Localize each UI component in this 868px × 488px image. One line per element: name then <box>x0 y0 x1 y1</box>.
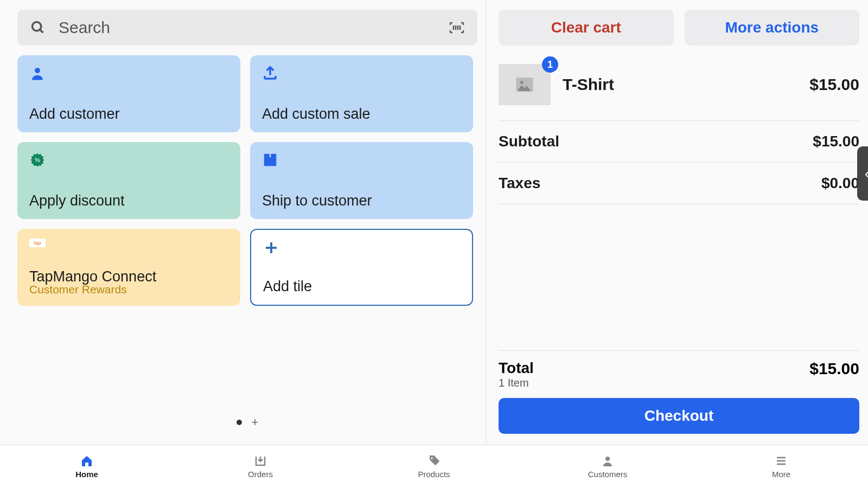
add-page-icon[interactable]: + <box>252 416 259 428</box>
taxes-row: Taxes $0.00 <box>499 163 859 204</box>
svg-line-1 <box>40 30 43 33</box>
nav-label: Orders <box>248 470 273 479</box>
upload-icon <box>262 65 461 81</box>
tag-icon <box>426 454 442 467</box>
menu-icon <box>774 454 789 467</box>
home-icon <box>79 454 94 467</box>
page-dot-active[interactable] <box>237 420 242 425</box>
search-bar[interactable]: Search <box>17 10 477 46</box>
svg-point-16 <box>605 457 610 461</box>
nav-home[interactable]: Home <box>0 445 174 488</box>
customers-icon <box>600 454 615 467</box>
add-custom-sale-tile[interactable]: Add custom sale <box>250 55 473 132</box>
item-price: $15.00 <box>809 75 859 94</box>
total-label: Total <box>499 359 534 377</box>
plus-icon <box>263 240 460 256</box>
svg-rect-8 <box>264 157 277 166</box>
svg-point-14 <box>520 81 524 84</box>
svg-point-0 <box>33 22 41 31</box>
nav-label: Products <box>418 470 450 479</box>
subtotal-row: Subtotal $15.00 <box>499 121 859 163</box>
taxes-value: $0.00 <box>821 175 859 192</box>
add-tile-button[interactable]: Add tile <box>250 229 473 306</box>
tile-label: Add tile <box>263 278 460 295</box>
tile-label: Ship to customer <box>262 192 461 209</box>
nav-label: Home <box>75 470 98 479</box>
person-icon <box>29 65 228 81</box>
nav-products[interactable]: Products <box>347 445 521 488</box>
nav-orders[interactable]: Orders <box>174 445 347 488</box>
tile-label: Add custom sale <box>262 106 461 123</box>
item-name: T-Shirt <box>563 75 809 94</box>
apply-discount-tile[interactable]: % Apply discount <box>17 142 240 219</box>
svg-rect-9 <box>264 154 270 157</box>
add-customer-tile[interactable]: Add customer <box>17 55 240 132</box>
item-image-placeholder <box>499 64 551 105</box>
ship-to-customer-tile[interactable]: Ship to customer <box>250 142 473 219</box>
bottom-nav: Home Orders Products Customers More <box>0 445 868 488</box>
taxes-label: Taxes <box>499 175 540 192</box>
orders-icon <box>253 454 268 467</box>
search-placeholder: Search <box>59 18 449 37</box>
barcode-scan-icon[interactable] <box>449 22 464 34</box>
nav-more[interactable]: More <box>694 445 868 488</box>
subtotal-label: Subtotal <box>499 133 559 150</box>
svg-point-15 <box>431 457 432 459</box>
chevron-left-icon: ‹ <box>865 165 868 182</box>
nav-label: More <box>772 470 790 479</box>
total-value: $15.00 <box>809 359 859 378</box>
nav-label: Customers <box>588 470 628 479</box>
clear-cart-button[interactable]: Clear cart <box>499 10 674 46</box>
subtotal-value: $15.00 <box>813 133 859 150</box>
quantity-badge: 1 <box>542 56 558 73</box>
checkout-button[interactable]: Checkout <box>499 398 859 434</box>
cart-line-item[interactable]: 1 T-Shirt $15.00 <box>499 64 859 121</box>
more-actions-button[interactable]: More actions <box>685 10 860 46</box>
tile-label: Add customer <box>29 106 228 123</box>
discount-badge-icon: % <box>29 152 228 168</box>
package-icon <box>262 152 461 168</box>
svg-rect-10 <box>271 154 276 157</box>
svg-point-6 <box>35 68 40 73</box>
page-indicator: + <box>17 400 477 445</box>
item-count: 1 Item <box>499 377 534 389</box>
nav-customers[interactable]: Customers <box>521 445 694 488</box>
tile-label: Apply discount <box>29 192 228 209</box>
svg-text:%: % <box>35 157 40 163</box>
tapmango-logo-icon: tap <box>29 239 46 247</box>
search-icon <box>30 20 59 35</box>
tapmango-connect-tile[interactable]: tap TapMango Connect Customer Rewards <box>17 229 240 306</box>
collapse-handle[interactable]: ‹ <box>857 146 868 201</box>
